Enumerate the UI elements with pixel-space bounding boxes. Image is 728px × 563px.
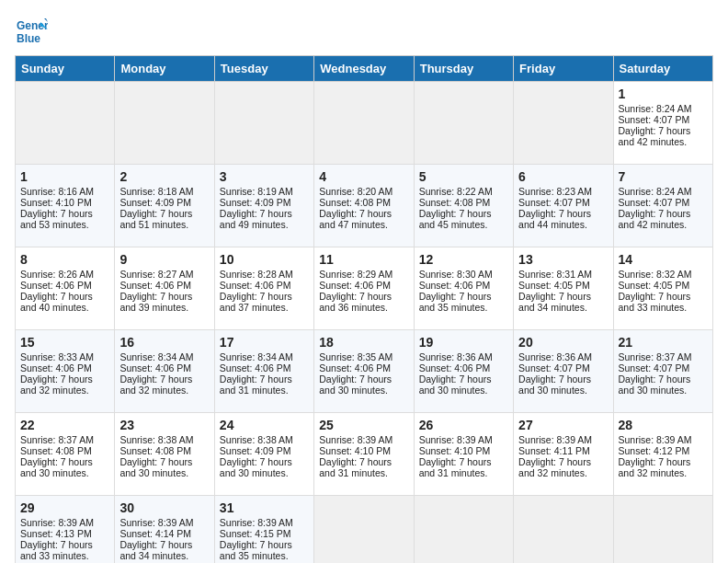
sunrise-label: Sunrise: 8:18 AM [119, 186, 193, 197]
week-row-2: 1Sunrise: 8:16 AMSunset: 4:10 PMDaylight… [16, 165, 713, 247]
day-number: 6 [518, 169, 608, 184]
sunset-label: Sunset: 4:06 PM [20, 362, 92, 373]
sunrise-label: Sunrise: 8:22 AM [419, 186, 493, 197]
day-number: 8 [20, 252, 109, 267]
calendar-cell: 25Sunrise: 8:39 AMSunset: 4:10 PMDayligh… [314, 413, 414, 496]
sunrise-label: Sunrise: 8:32 AM [619, 269, 692, 280]
sunset-label: Sunset: 4:07 PM [619, 114, 690, 125]
day-number: 24 [220, 418, 309, 432]
calendar-cell: 10Sunrise: 8:28 AMSunset: 4:06 PMDayligh… [214, 247, 313, 330]
calendar-cell: 24Sunrise: 8:38 AMSunset: 4:09 PMDayligh… [214, 413, 313, 496]
day-number: 17 [220, 335, 309, 350]
sunrise-label: Sunrise: 8:39 AM [220, 517, 293, 528]
sunrise-label: Sunrise: 8:34 AM [220, 351, 293, 362]
sunrise-label: Sunrise: 8:39 AM [119, 517, 193, 528]
calendar-cell: 11Sunrise: 8:29 AMSunset: 4:06 PMDayligh… [314, 247, 414, 330]
calendar-cell: 30Sunrise: 8:39 AMSunset: 4:14 PMDayligh… [115, 496, 214, 564]
column-header-monday: Monday [115, 56, 214, 82]
day-number: 5 [419, 169, 508, 184]
sunset-label: Sunset: 4:06 PM [419, 280, 491, 291]
daylight-label: Daylight: 7 hours and 34 minutes. [518, 291, 591, 313]
daylight-label: Daylight: 7 hours and 30 minutes. [518, 373, 591, 396]
day-number: 1 [619, 86, 708, 101]
daylight-label: Daylight: 7 hours and 32 minutes. [20, 373, 93, 396]
sunset-label: Sunset: 4:08 PM [319, 197, 391, 208]
calendar-cell: 17Sunrise: 8:34 AMSunset: 4:06 PMDayligh… [214, 330, 313, 413]
calendar-cell: 29Sunrise: 8:39 AMSunset: 4:13 PMDayligh… [16, 496, 115, 564]
sunset-label: Sunset: 4:06 PM [20, 280, 92, 291]
day-number: 10 [220, 252, 309, 267]
day-number: 3 [220, 169, 309, 184]
calendar-cell [613, 496, 712, 564]
daylight-label: Daylight: 7 hours and 47 minutes. [319, 208, 392, 230]
daylight-label: Daylight: 7 hours and 34 minutes. [119, 539, 192, 561]
day-number: 22 [20, 418, 109, 432]
day-number: 20 [518, 335, 608, 350]
sunrise-label: Sunrise: 8:30 AM [419, 269, 493, 280]
calendar-cell: 26Sunrise: 8:39 AMSunset: 4:10 PMDayligh… [414, 413, 513, 496]
day-number: 1 [20, 169, 109, 184]
calendar-cell [16, 82, 115, 165]
daylight-label: Daylight: 7 hours and 30 minutes. [20, 456, 93, 478]
sunrise-label: Sunrise: 8:28 AM [220, 269, 293, 280]
daylight-label: Daylight: 7 hours and 35 minutes. [419, 291, 492, 313]
sunrise-label: Sunrise: 8:36 AM [518, 351, 592, 362]
day-number: 21 [619, 335, 708, 350]
column-header-saturday: Saturday [613, 56, 712, 82]
day-number: 29 [20, 500, 109, 515]
calendar-cell: 7Sunrise: 8:24 AMSunset: 4:07 PMDaylight… [613, 165, 712, 247]
sunrise-label: Sunrise: 8:34 AM [119, 351, 193, 362]
sunrise-label: Sunrise: 8:20 AM [319, 186, 392, 197]
sunrise-label: Sunrise: 8:33 AM [20, 351, 94, 362]
sunrise-label: Sunrise: 8:27 AM [119, 269, 193, 280]
day-number: 4 [319, 169, 408, 184]
calendar-cell: 6Sunrise: 8:23 AMSunset: 4:07 PMDaylight… [514, 165, 613, 247]
sunset-label: Sunset: 4:11 PM [518, 445, 590, 456]
column-header-wednesday: Wednesday [314, 56, 414, 82]
daylight-label: Daylight: 7 hours and 33 minutes. [20, 539, 93, 561]
calendar-cell: 19Sunrise: 8:36 AMSunset: 4:06 PMDayligh… [414, 330, 513, 413]
calendar-cell: 5Sunrise: 8:22 AMSunset: 4:08 PMDaylight… [414, 165, 513, 247]
sunset-label: Sunset: 4:15 PM [220, 528, 291, 539]
daylight-label: Daylight: 7 hours and 53 minutes. [20, 208, 93, 230]
daylight-label: Daylight: 7 hours and 32 minutes. [619, 456, 691, 478]
sunset-label: Sunset: 4:08 PM [119, 445, 191, 456]
sunset-label: Sunset: 4:09 PM [119, 197, 191, 208]
sunset-label: Sunset: 4:07 PM [619, 197, 690, 208]
column-header-sunday: Sunday [16, 56, 115, 82]
calendar-cell: 8Sunrise: 8:26 AMSunset: 4:06 PMDaylight… [16, 247, 115, 330]
day-number: 9 [119, 252, 209, 267]
day-number: 31 [220, 500, 309, 515]
sunset-label: Sunset: 4:14 PM [119, 528, 191, 539]
sunset-label: Sunset: 4:06 PM [119, 362, 191, 373]
sunset-label: Sunset: 4:10 PM [20, 197, 92, 208]
sunset-label: Sunset: 4:06 PM [319, 280, 391, 291]
sunrise-label: Sunrise: 8:39 AM [619, 434, 692, 445]
day-number: 15 [20, 335, 109, 350]
daylight-label: Daylight: 7 hours and 37 minutes. [220, 291, 292, 313]
sunset-label: Sunset: 4:05 PM [518, 280, 590, 291]
daylight-label: Daylight: 7 hours and 32 minutes. [119, 373, 192, 396]
day-number: 26 [419, 418, 508, 432]
calendar-cell: 21Sunrise: 8:37 AMSunset: 4:07 PMDayligh… [613, 330, 712, 413]
calendar-cell: 14Sunrise: 8:32 AMSunset: 4:05 PMDayligh… [613, 247, 712, 330]
daylight-label: Daylight: 7 hours and 30 minutes. [319, 373, 392, 396]
week-row-1: 1Sunrise: 8:24 AMSunset: 4:07 PMDaylight… [16, 82, 713, 165]
daylight-label: Daylight: 7 hours and 30 minutes. [619, 373, 691, 396]
calendar-cell [115, 82, 214, 165]
day-number: 19 [419, 335, 508, 350]
week-row-5: 22Sunrise: 8:37 AMSunset: 4:08 PMDayligh… [16, 413, 713, 496]
sunrise-label: Sunrise: 8:39 AM [20, 517, 94, 528]
day-number: 16 [119, 335, 209, 350]
calendar-cell: 1Sunrise: 8:24 AMSunset: 4:07 PMDaylight… [613, 82, 712, 165]
sunrise-label: Sunrise: 8:37 AM [619, 351, 692, 362]
day-number: 13 [518, 252, 608, 267]
day-number: 25 [319, 418, 408, 432]
sunrise-label: Sunrise: 8:29 AM [319, 269, 392, 280]
calendar-cell: 4Sunrise: 8:20 AMSunset: 4:08 PMDaylight… [314, 165, 414, 247]
sunrise-label: Sunrise: 8:31 AM [518, 269, 592, 280]
sunrise-label: Sunrise: 8:26 AM [20, 269, 94, 280]
sunset-label: Sunset: 4:07 PM [518, 362, 590, 373]
calendar-cell: 18Sunrise: 8:35 AMSunset: 4:06 PMDayligh… [314, 330, 414, 413]
daylight-label: Daylight: 7 hours and 31 minutes. [319, 456, 392, 478]
